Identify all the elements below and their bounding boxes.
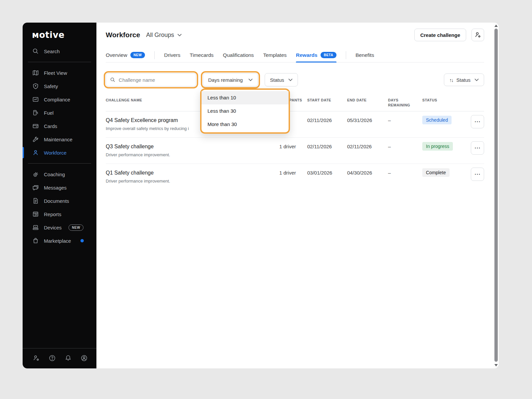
tab-label: Drivers (164, 52, 180, 58)
sidebar-item-workforce[interactable]: Workforce (23, 146, 96, 159)
whistle-icon (32, 171, 39, 178)
more-options-icon: ⋯ (474, 171, 481, 177)
challenge-search-field (106, 73, 196, 86)
tab-benefits[interactable]: Benefits (355, 48, 374, 62)
days-remaining-filter[interactable]: Days remaining (203, 73, 258, 86)
shield-icon (32, 83, 39, 89)
device-icon (32, 224, 39, 231)
sidebar-item-label: Devices (44, 225, 62, 230)
tab-divider (154, 51, 155, 59)
fuel-pump-icon (32, 109, 39, 116)
group-selector-label: All Groups (146, 32, 174, 39)
tab-label: Timecards (190, 52, 214, 58)
account-button[interactable] (80, 354, 88, 362)
tab-label: Templates (263, 52, 287, 58)
col-end-date: End date (347, 98, 388, 103)
active-indicator-bar (23, 147, 24, 158)
sidebar-item-reports[interactable]: Reports (23, 207, 96, 221)
sidebar-item-label: Coaching (44, 172, 65, 177)
user-settings-button[interactable] (471, 29, 484, 41)
sidebar-item-label: Compliance (44, 97, 70, 102)
tab-label: Overview (106, 52, 127, 58)
bell-icon (65, 354, 72, 362)
col-status: Status (422, 98, 471, 103)
tab-qualifications[interactable]: Qualifications (223, 48, 254, 62)
more-options-icon: ⋯ (474, 118, 481, 125)
user-gear-icon (474, 31, 481, 39)
page-header: Workforce All Groups Create challenge (106, 23, 484, 41)
sidebar-item-label: Documents (44, 198, 69, 204)
participants-value: 1 driver (274, 143, 307, 150)
sidebar-item-compliance[interactable]: Compliance (23, 93, 96, 106)
participants-value: 1 driver (274, 169, 307, 177)
table-header-row: Challenge name Participants Start date E… (106, 93, 484, 111)
notification-dot (80, 239, 84, 242)
sidebar-search[interactable]: Search (23, 45, 96, 58)
row-actions-button[interactable]: ⋯ (471, 141, 484, 155)
table-row[interactable]: Q4 Safety Excellence program Improve ove… (106, 111, 484, 138)
tab-divider (346, 51, 346, 59)
search-icon (110, 77, 115, 83)
admin-settings-button[interactable] (33, 354, 40, 362)
status-filter-label: Status (270, 77, 284, 83)
challenge-name: Q1 Safety challenge (106, 169, 274, 177)
row-actions-button[interactable]: ⋯ (471, 115, 484, 128)
sidebar-item-safety[interactable]: Safety (23, 79, 96, 93)
create-challenge-button[interactable]: Create challenge (414, 29, 466, 41)
sort-label: Status (456, 77, 470, 83)
scrollbar[interactable] (493, 23, 499, 368)
tabs: Overview NEW Drivers Timecards Qualifica… (106, 48, 484, 63)
tab-rewards[interactable]: Rewards BETA (296, 48, 336, 62)
sidebar-item-fuel[interactable]: Fuel (23, 106, 96, 119)
status-filter[interactable]: Status (265, 73, 298, 86)
scroll-down-arrow[interactable] (494, 364, 498, 366)
sidebar-item-cards[interactable]: Cards (23, 119, 96, 133)
filter-row: Days remaining Less than 10 Less than 30… (106, 72, 484, 87)
sidebar-search-label: Search (44, 49, 60, 54)
sidebar-item-marketplace[interactable]: Marketplace (23, 234, 96, 247)
sidebar-item-label: Fleet View (44, 70, 67, 76)
tab-templates[interactable]: Templates (263, 48, 287, 62)
tab-overview[interactable]: Overview NEW (106, 48, 145, 62)
menu-item-less-than-10[interactable]: Less than 10 (201, 91, 289, 104)
user-avatar-icon (80, 354, 88, 362)
tab-label: Rewards (296, 52, 318, 58)
table-row[interactable]: Q1 Safety challenge Driver performance i… (106, 164, 484, 190)
help-icon (49, 354, 56, 362)
highlight-ring-days-remaining: Days remaining Less than 10 Less than 30… (201, 71, 260, 88)
status-badge: In progress (422, 142, 453, 151)
sidebar-item-maintenance[interactable]: Maintenance (23, 133, 96, 146)
tab-label: Benefits (355, 52, 374, 58)
sidebar-divider (28, 62, 91, 62)
menu-item-less-than-30[interactable]: Less than 30 (201, 104, 289, 118)
report-icon (32, 211, 39, 217)
challenge-name-input[interactable] (119, 77, 192, 83)
sidebar-item-messages[interactable]: Messages (23, 181, 96, 194)
days-remaining-label: Days remaining (208, 77, 243, 83)
scrollbar-thumb[interactable] (494, 29, 498, 362)
notifications-button[interactable] (65, 354, 72, 362)
table-row[interactable]: Q3 Safety challenge Driver performance i… (106, 138, 484, 164)
chevron-down-icon (177, 34, 182, 37)
sidebar-item-devices[interactable]: Devices NEW (23, 221, 96, 234)
beta-badge: BETA (321, 52, 336, 58)
sidebar-item-fleet-view[interactable]: Fleet View (23, 66, 96, 79)
map-icon (32, 69, 39, 76)
sort-button[interactable]: ↑↓ Status (444, 73, 484, 86)
row-actions-button[interactable]: ⋯ (471, 168, 484, 181)
sidebar-item-label: Messages (44, 185, 66, 191)
sidebar-footer (23, 348, 96, 368)
user-gear-icon (33, 354, 40, 362)
challenge-name: Q3 Safety challenge (106, 143, 274, 150)
app-window: ᴍotive Search Fleet View Safety Complian… (23, 23, 499, 368)
document-icon (32, 198, 39, 204)
sidebar-item-label: Marketplace (44, 238, 71, 244)
help-button[interactable] (49, 354, 56, 362)
scroll-up-arrow[interactable] (494, 25, 498, 27)
tab-timecards[interactable]: Timecards (190, 48, 214, 62)
menu-item-more-than-30[interactable]: More than 30 (201, 118, 289, 131)
tab-drivers[interactable]: Drivers (164, 48, 180, 62)
sidebar-item-documents[interactable]: Documents (23, 194, 96, 207)
sidebar-item-coaching[interactable]: Coaching (23, 168, 96, 181)
group-selector[interactable]: All Groups (146, 32, 182, 39)
